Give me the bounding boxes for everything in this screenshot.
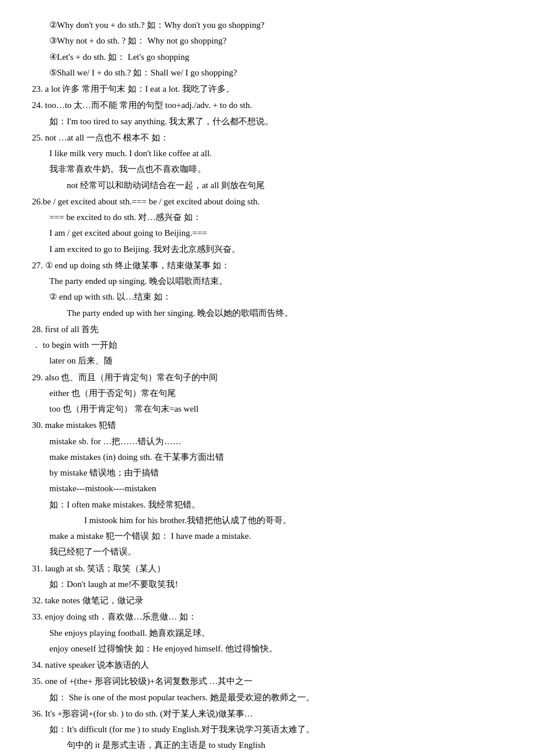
- line-27-2: The party ended up singing. 晚会以唱歌而结束。: [32, 273, 502, 289]
- line-30-5: mistake---mistook----mistaken: [32, 481, 502, 496]
- line-22-2: ③Why not + do sth. ? 如： Why not go shopp…: [32, 33, 502, 48]
- line-33-1: 33. enjoy doing sth．喜欢做…乐意做… 如：: [32, 609, 502, 624]
- line-33-3: enjoy oneself 过得愉快 如：He enjoyed himself.…: [32, 641, 502, 656]
- line-30-2: mistake sb. for …把……错认为……: [32, 434, 502, 449]
- section-28: 28. first of all 首先 ． to begin with 一开始 …: [32, 322, 502, 369]
- line-23-1: 23. a lot 许多 常用于句末 如：I eat a lot. 我吃了许多。: [32, 81, 502, 96]
- section-23: 23. a lot 许多 常用于句末 如：I eat a lot. 我吃了许多。: [32, 81, 502, 96]
- line-24-1: 24. too…to 太…而不能 常用的句型 too+adj./adv. + t…: [32, 98, 502, 113]
- section-36: 36. It's +形容词+(for sb. ) to do sth. (对于某…: [32, 706, 502, 753]
- line-29-1: 29. also 也、而且（用于肯定句）常在句子的中间: [32, 370, 502, 385]
- line-25-1: 25. not …at all 一点也不 根本不 如：: [32, 130, 502, 145]
- section-24: 24. too…to 太…而不能 常用的句型 too+adj./adv. + t…: [32, 98, 502, 129]
- section-35: 35. one of +(the+ 形容词比较级)+名词复数形式 …其中之一 如…: [32, 674, 502, 705]
- line-26-4: I am excited to go to Beijing. 我对去北京感到兴奋…: [32, 242, 502, 257]
- line-27-3: ② end up with sth. 以…结束 如：: [32, 289, 502, 304]
- line-28-1: 28. first of all 首先: [32, 322, 502, 337]
- line-33-2: She enjoys playing football. 她喜欢踢足球。: [32, 625, 502, 640]
- line-25-4: not 经常可以和助动词结合在一起，at all 则放在句尾: [32, 178, 502, 193]
- line-30-7: I mistook him for his brother.我错把他认成了他的哥…: [32, 513, 502, 528]
- line-32-1: 32. take notes 做笔记，做记录: [32, 593, 502, 608]
- line-22-3: ④Let's + do sth. 如： Let's go shopping: [32, 49, 502, 64]
- section-32: 32. take notes 做笔记，做记录: [32, 593, 502, 608]
- line-27-1: 27. ① end up doing sth 终止做某事，结束做某事 如：: [32, 258, 502, 273]
- line-26-1: 26.be / get excited about sth.=== be / g…: [32, 194, 502, 209]
- section-29: 29. also 也、而且（用于肯定句）常在句子的中间 either 也（用于否…: [32, 370, 502, 417]
- line-34-1: 34. native speaker 说本族语的人: [32, 657, 502, 672]
- line-31-1: 31. laugh at sb. 笑话；取笑（某人）: [32, 561, 502, 576]
- section-26: 26.be / get excited about sth.=== be / g…: [32, 194, 502, 257]
- line-30-8: make a mistake 犯一个错误 如： I have made a mi…: [32, 528, 502, 543]
- section-33: 33. enjoy doing sth．喜欢做…乐意做… 如： She enjo…: [32, 609, 502, 656]
- line-28-3: later on 后来、随: [32, 353, 502, 368]
- line-30-9: 我已经犯了一个错误。: [32, 544, 502, 559]
- section-25: 25. not …at all 一点也不 根本不 如： I like milk …: [32, 130, 502, 193]
- line-24-2: 如：I'm too tired to say anything. 我太累了，什么…: [32, 114, 502, 129]
- line-22-1: ②Why don't you + do sth.? 如：Why don't yo…: [32, 17, 502, 33]
- line-35-2: 如： She is one of the most popular teache…: [32, 690, 502, 705]
- line-27-4: The party ended up with her singing. 晚会以…: [32, 305, 502, 321]
- line-25-3: 我非常喜欢牛奶。我一点也不喜欢咖啡。: [32, 161, 502, 177]
- line-22-4: ⑤Shall we/ I + do sth.? 如：Shall we/ I go…: [32, 65, 502, 80]
- section-22: ②Why don't you + do sth.? 如：Why don't yo…: [32, 17, 502, 80]
- line-36-1: 36. It's +形容词+(for sb. ) to do sth. (对于某…: [32, 706, 502, 721]
- line-36-3: 句中的 it 是形式主语，真正的主语是 to study English: [32, 737, 502, 753]
- line-29-2: either 也（用于否定句）常在句尾: [32, 386, 502, 401]
- section-37: 37. practice doing 练习做某事 如： She often pr…: [32, 754, 502, 757]
- line-30-1: 30. make mistakes 犯错: [32, 417, 502, 433]
- line-25-2: I like milk very much. I don't like coff…: [32, 146, 502, 161]
- line-36-2: 如：It's difficult (for me ) to study Engl…: [32, 722, 502, 737]
- line-37-1: 37. practice doing 练习做某事 如：: [32, 754, 502, 757]
- line-28-2: ． to begin with 一开始: [32, 337, 502, 352]
- line-31-2: 如：Don't laugh at me!不要取笑我!: [32, 577, 502, 592]
- main-content: ②Why don't you + do sth.? 如：Why don't yo…: [32, 17, 502, 756]
- line-35-1: 35. one of +(the+ 形容词比较级)+名词复数形式 …其中之一: [32, 674, 502, 689]
- line-26-2: === be excited to do sth. 对…感兴奋 如：: [32, 210, 502, 225]
- line-30-6: 如：I often make mistakes. 我经常犯错。: [32, 497, 502, 512]
- line-30-3: make mistakes (in) doing sth. 在干某事方面出错: [32, 449, 502, 465]
- section-30: 30. make mistakes 犯错 mistake sb. for …把……: [32, 417, 502, 559]
- line-30-4: by mistake 错误地；由于搞错: [32, 465, 502, 480]
- section-27: 27. ① end up doing sth 终止做某事，结束做某事 如： Th…: [32, 258, 502, 321]
- section-34: 34. native speaker 说本族语的人: [32, 657, 502, 672]
- line-29-3: too 也（用于肯定句） 常在句末=as well: [32, 401, 502, 416]
- line-26-3: I am / get excited about going to Beijin…: [32, 225, 502, 240]
- section-31: 31. laugh at sb. 笑话；取笑（某人） 如：Don't laugh…: [32, 561, 502, 592]
